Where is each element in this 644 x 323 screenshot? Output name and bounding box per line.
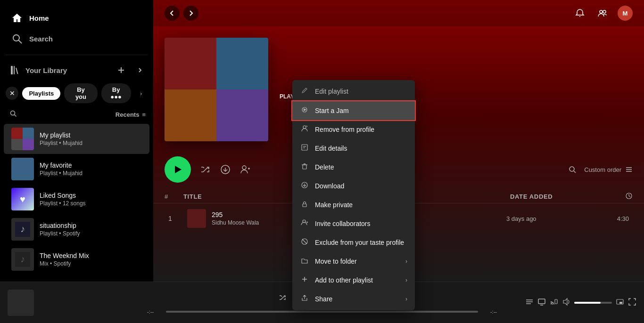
svg-rect-4 <box>16 67 18 74</box>
player-pip-button[interactable] <box>616 298 624 308</box>
playlist-item-likedsongs[interactable]: ♥ Liked Songs Playlist • 12 songs <box>4 184 149 214</box>
liked-songs-thumb: ♥ <box>11 188 34 210</box>
back-button[interactable] <box>165 6 180 21</box>
recents-sort-icon: ≡ <box>142 111 146 118</box>
svg-line-31 <box>306 126 307 127</box>
add-playlist-arrow: › <box>405 277 407 283</box>
edit-playlist-icon <box>300 87 309 96</box>
friends-button[interactable] <box>595 6 610 21</box>
svg-point-14 <box>600 10 603 13</box>
menu-item-share[interactable]: Share › <box>292 290 415 308</box>
player-fullscreen-button[interactable] <box>628 298 636 308</box>
menu-item-edit-playlist[interactable]: Edit playlist <box>292 82 415 101</box>
track-date-col-header: Date added <box>510 193 604 200</box>
forward-button[interactable] <box>183 6 198 21</box>
profile-avatar[interactable]: M <box>618 6 633 21</box>
notifications-button[interactable] <box>572 6 587 21</box>
sidebar-item-home[interactable]: Home <box>6 8 148 28</box>
player-track-thumb <box>8 290 34 316</box>
menu-label-edit-playlist: Edit playlist <box>315 88 348 95</box>
library-icon <box>9 65 21 76</box>
move-folder-arrow: › <box>405 258 407 265</box>
svg-rect-40 <box>303 204 306 207</box>
menu-item-invite[interactable]: Invite collaborators <box>292 214 415 233</box>
close-filter-button[interactable]: ✕ <box>6 87 18 100</box>
library-search-icon[interactable] <box>9 110 17 119</box>
svg-marker-59 <box>563 299 567 305</box>
svg-rect-58 <box>555 299 557 304</box>
playlist-item-weekndmix[interactable]: ♪ The Weeknd Mix Mix • Spotify <box>4 244 149 275</box>
menu-label-delete: Delete <box>315 163 334 171</box>
cover-cell-1 <box>165 38 216 89</box>
menu-item-exclude-taste[interactable]: Exclude from your taste profile <box>292 233 415 252</box>
library-expand-button[interactable] <box>132 63 148 78</box>
svg-line-23 <box>574 171 576 173</box>
playlist-meta-myplaylist: Playlist • Mujahid <box>40 140 142 146</box>
svg-marker-29 <box>304 108 306 111</box>
svg-point-0 <box>13 35 19 41</box>
svg-point-19 <box>242 166 246 170</box>
playlist-item-situationship[interactable]: ♪ situationship Playlist • Spotify <box>4 214 149 244</box>
svg-rect-61 <box>619 302 622 304</box>
menu-item-remove-profile[interactable]: Remove from profile <box>292 120 415 139</box>
menu-item-delete[interactable]: Delete <box>292 158 415 177</box>
library-add-button[interactable] <box>114 63 129 78</box>
track-search-button[interactable] <box>568 165 577 174</box>
menu-item-download[interactable]: Download <box>292 177 415 195</box>
progress-bar[interactable] <box>166 311 478 313</box>
playlist-item-myplaylist[interactable]: My playlist Playlist • Mujahid <box>4 124 149 154</box>
sidebar-item-search[interactable]: Search <box>6 28 148 49</box>
player-device-button[interactable] <box>537 298 546 308</box>
sidebar: Home Search Your Library <box>0 0 153 282</box>
track-num-1: 1 <box>168 215 187 222</box>
menu-item-add-playlist[interactable]: Add to other playlist › <box>292 271 415 290</box>
edit-details-icon <box>300 144 309 153</box>
library-header-left[interactable]: Your Library <box>9 65 67 76</box>
playlist-item-myfavorite[interactable]: My favorite Playlist • Mujahid <box>4 154 149 184</box>
time-current: -:-- <box>147 309 162 315</box>
time-total: -:-- <box>482 309 497 315</box>
nav-buttons <box>165 6 198 21</box>
menu-item-edit-details[interactable]: Edit details <box>292 139 415 158</box>
player-queue-button[interactable] <box>525 298 534 308</box>
svg-point-15 <box>603 10 606 13</box>
shuffle-button[interactable] <box>200 164 211 175</box>
svg-text:♪: ♪ <box>20 224 25 234</box>
menu-item-start-jam[interactable]: Start a Jam <box>292 101 415 120</box>
sidebar-search-label: Search <box>29 35 53 43</box>
filter-by3[interactable]: By ●●● <box>101 83 131 103</box>
svg-line-45 <box>302 239 307 244</box>
download-button[interactable] <box>220 164 231 175</box>
svg-rect-2 <box>11 66 13 74</box>
download-menu-icon <box>300 181 309 191</box>
library-label: Your Library <box>25 66 67 74</box>
play-button[interactable] <box>165 156 191 183</box>
filter-scroll-right[interactable]: › <box>135 87 148 100</box>
playlist-info-myplaylist: My playlist Playlist • Mujahid <box>40 131 142 146</box>
player-shuffle-button[interactable] <box>279 293 287 304</box>
filter-byyou[interactable]: By you <box>64 83 97 103</box>
remove-profile-icon <box>300 125 309 134</box>
add-playlist-icon <box>300 275 309 285</box>
player-cast-button[interactable] <box>550 298 558 308</box>
svg-rect-35 <box>303 165 306 169</box>
svg-point-22 <box>570 167 574 171</box>
svg-point-30 <box>303 126 306 129</box>
volume-bar[interactable] <box>574 302 612 304</box>
track-duration-1: 4:30 <box>601 215 629 222</box>
make-private-icon <box>300 200 309 210</box>
menu-item-make-private[interactable]: Make private <box>292 195 415 214</box>
recents-label[interactable]: Recents ≡ <box>116 111 146 118</box>
menu-item-move-folder[interactable]: Move to folder › <box>292 252 415 271</box>
custom-order-button[interactable]: Custom order <box>584 166 633 173</box>
move-folder-icon <box>300 257 309 266</box>
menu-label-remove-profile: Remove from profile <box>315 126 374 133</box>
player-volume-button[interactable] <box>562 298 570 308</box>
add-user-button[interactable] <box>240 164 250 175</box>
filter-playlists[interactable]: Playlists <box>22 87 60 100</box>
menu-label-move-folder: Move to folder <box>315 258 357 265</box>
track-text-1: 295 Sidhu Moose Wala <box>212 211 259 226</box>
svg-rect-32 <box>302 145 307 150</box>
menu-label-add-playlist: Add to other playlist <box>315 276 373 284</box>
cover-cell-4 <box>216 89 268 141</box>
